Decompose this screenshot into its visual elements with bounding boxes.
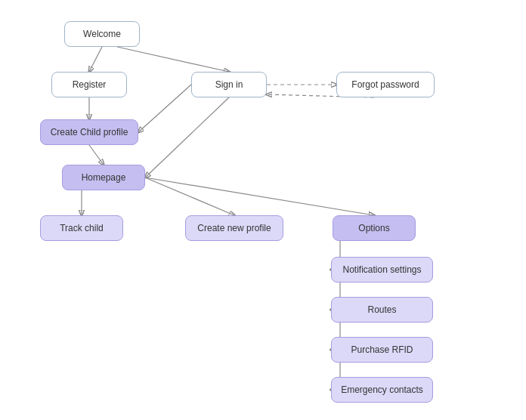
forgot-node: Forgot password: [336, 72, 435, 97]
create-new-node: Create new profile: [185, 215, 283, 241]
welcome-node: Welcome: [64, 21, 140, 47]
create-child-node: Create Child profile: [40, 119, 138, 145]
track-node: Track child: [40, 215, 123, 241]
connector-lines: [0, 0, 526, 420]
purchase-node: Purchase RFID: [331, 337, 433, 363]
svg-line-4: [145, 97, 229, 178]
svg-line-3: [138, 85, 191, 132]
homepage-node: Homepage: [62, 165, 145, 190]
routes-node: Routes: [331, 297, 433, 323]
svg-line-7: [89, 145, 104, 165]
emergency-node: Emergency contacts: [331, 377, 433, 403]
diagram: Welcome Register Sign in Forgot password…: [0, 0, 526, 420]
svg-line-0: [89, 47, 102, 72]
signin-node: Sign in: [191, 72, 267, 97]
svg-line-10: [145, 178, 374, 215]
svg-line-1: [117, 47, 229, 72]
options-node: Options: [333, 215, 416, 241]
notif-node: Notification settings: [331, 257, 433, 283]
svg-line-9: [145, 178, 234, 215]
register-node: Register: [51, 72, 127, 97]
